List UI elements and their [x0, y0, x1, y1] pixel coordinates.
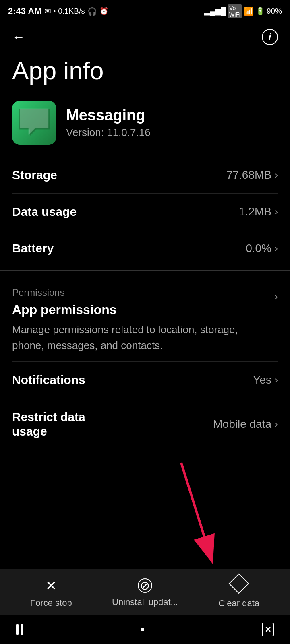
- vowifi-icon: VoWiFi: [228, 4, 242, 18]
- uninstall-label: Uninstall updat...: [112, 597, 178, 607]
- permissions-section: Permissions App permissions Manage permi…: [0, 275, 290, 450]
- status-bar: 2:43 AM ✉ • 0.1KB/s 🎧 ⏰ ▂▄▆█ VoWiFi 📶 🔋 …: [0, 0, 290, 21]
- battery-chevron-icon: ›: [275, 243, 278, 254]
- permissions-title: App permissions: [12, 302, 275, 317]
- notifications-row[interactable]: Notifications Yes ›: [12, 362, 278, 398]
- menu-section-usage: Storage 77.68MB › Data usage 1.2MB › Bat…: [0, 157, 290, 266]
- home-nav-button[interactable]: [141, 628, 144, 631]
- restrict-data-label: Restrict datausage: [12, 410, 85, 439]
- messaging-app-icon-svg: [12, 101, 56, 145]
- permissions-chevron-icon: ›: [275, 291, 278, 302]
- recents-nav-button[interactable]: ✕: [262, 623, 274, 636]
- storage-value: 77.68MB ›: [226, 169, 278, 182]
- permissions-text: Permissions App permissions Manage permi…: [12, 287, 275, 353]
- app-header: Messaging Version: 11.0.7.16: [0, 97, 290, 157]
- force-stop-icon: ✕: [46, 578, 57, 594]
- info-button[interactable]: i: [262, 29, 278, 45]
- uninstall-updates-button[interactable]: ⊘ Uninstall updat...: [98, 578, 192, 607]
- signal-bars-icon: ▂▄▆█: [204, 7, 226, 16]
- wifi-icon: 📶: [244, 6, 254, 16]
- force-stop-button[interactable]: ✕ Force stop: [4, 578, 98, 608]
- battery-label: Battery: [12, 242, 54, 255]
- force-stop-label: Force stop: [30, 598, 72, 608]
- permissions-desc: Manage permissions related to location, …: [12, 322, 275, 353]
- clear-data-icon: [229, 574, 249, 594]
- data-usage-row[interactable]: Data usage 1.2MB ›: [12, 194, 278, 230]
- storage-row[interactable]: Storage 77.68MB ›: [12, 157, 278, 194]
- restrict-data-chevron-icon: ›: [275, 419, 278, 430]
- status-speed: 0.1KB/s: [58, 7, 85, 16]
- clear-data-button[interactable]: Clear data: [192, 577, 286, 609]
- page-title: App info: [0, 49, 290, 97]
- app-name: Messaging: [66, 107, 151, 124]
- app-permissions-row[interactable]: Permissions App permissions Manage permi…: [12, 287, 278, 362]
- status-dot: •: [54, 8, 56, 15]
- svg-line-2: [181, 463, 211, 559]
- section-divider: [0, 270, 290, 271]
- battery-value: 0.0% ›: [246, 242, 278, 255]
- notifications-value: Yes ›: [253, 374, 278, 386]
- permissions-section-label: Permissions: [12, 287, 275, 298]
- status-mail-icon: ✉: [44, 6, 51, 16]
- battery-row[interactable]: Battery 0.0% ›: [12, 230, 278, 266]
- back-nav-button[interactable]: [16, 624, 23, 635]
- status-time: 2:43 AM: [8, 6, 42, 17]
- notifications-label: Notifications: [12, 373, 85, 387]
- status-right: ▂▄▆█ VoWiFi 📶 🔋 90%: [204, 4, 282, 18]
- restrict-data-value: Mobile data ›: [213, 418, 278, 431]
- bottom-action-bar: ✕ Force stop ⊘ Uninstall updat... Clear …: [0, 569, 290, 615]
- app-version: Version: 11.0.7.16: [66, 126, 151, 139]
- battery-percent: 90%: [267, 7, 282, 16]
- data-usage-chevron-icon: ›: [275, 206, 278, 217]
- storage-label: Storage: [12, 168, 57, 182]
- storage-chevron-icon: ›: [275, 169, 278, 181]
- data-usage-value: 1.2MB ›: [239, 205, 278, 218]
- notifications-chevron-icon: ›: [275, 374, 278, 386]
- uninstall-icon: ⊘: [138, 578, 152, 593]
- brand-logo-icon: ✕: [262, 623, 274, 636]
- pause-bar-2: [21, 624, 23, 635]
- restrict-data-row[interactable]: Restrict datausage Mobile data ›: [12, 398, 278, 450]
- alarm-icon: ⏰: [99, 7, 108, 16]
- system-nav-bar: ✕: [0, 615, 290, 644]
- headphone-icon: 🎧: [87, 7, 97, 16]
- app-icon: [12, 101, 56, 145]
- app-info-text: Messaging Version: 11.0.7.16: [66, 107, 151, 139]
- clear-data-label: Clear data: [219, 598, 260, 609]
- back-button[interactable]: ←: [12, 30, 25, 45]
- data-usage-label: Data usage: [12, 205, 77, 219]
- status-left: 2:43 AM ✉ • 0.1KB/s 🎧 ⏰: [8, 6, 108, 17]
- battery-icon: 🔋: [256, 7, 265, 16]
- top-nav: ← i: [0, 21, 290, 49]
- pause-bar-1: [16, 624, 19, 635]
